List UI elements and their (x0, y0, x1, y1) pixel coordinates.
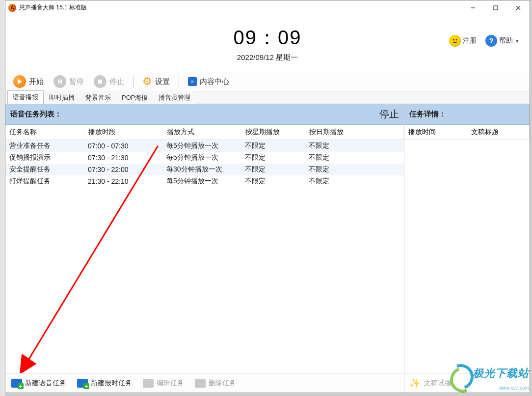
register-link[interactable]: 注册 (449, 35, 477, 47)
settings-label: 设置 (155, 77, 170, 86)
cell-name: 营业准备任务 (5, 140, 84, 152)
col-task-name[interactable]: 任务名称 (5, 125, 84, 140)
table-row[interactable]: 安全提醒任务07:30 - 22:00每30分钟播放一次不限定不限定 (5, 164, 404, 175)
stop-button[interactable]: 停止 (90, 73, 128, 90)
stop-label: 停止 (109, 77, 124, 86)
svg-rect-8 (60, 80, 62, 84)
separator (133, 75, 133, 88)
table-row[interactable]: 营业准备任务07:00 - 07:30每5分钟播放一次不限定不限定 (5, 140, 404, 152)
table-row[interactable]: 促销播报演示07:30 - 21:30每5分钟播放一次不限定不限定 (5, 152, 404, 164)
cell-mode: 每5分钟播放一次 (162, 140, 241, 152)
start-label: 开始 (29, 77, 44, 86)
edit-label: 编辑任务 (157, 379, 184, 388)
delete-icon (195, 379, 206, 388)
svg-rect-7 (58, 80, 59, 84)
clock-time: 09：09 (234, 24, 302, 51)
help-link[interactable]: ? 帮助 ▼ (485, 35, 520, 47)
col-play-time[interactable]: 播放时间 (404, 125, 467, 140)
details-body (404, 140, 530, 373)
minimize-button[interactable] (462, 0, 484, 15)
content-center-button[interactable]: ≡ 内容中心 (184, 75, 233, 88)
add-icon (77, 379, 88, 388)
wand-icon: ✨ (409, 378, 420, 389)
pause-icon (53, 75, 66, 88)
edit-icon (143, 379, 154, 388)
delete-label: 删除任务 (209, 379, 236, 388)
task-list-pane: 语音任务列表： 停止 任务名称 播放时段 播放方式 按星期播放 按日期播放 营业… (5, 104, 404, 393)
new-voice-label: 新建语音任务 (25, 379, 66, 388)
cell-mode: 每30分钟播放一次 (162, 164, 241, 175)
tab-label: 背景音乐 (85, 94, 111, 101)
col-doc-title[interactable]: 文稿标题 (467, 125, 530, 140)
tab-instant-insert[interactable]: 即时插播 (44, 91, 80, 104)
main-toolbar: 开始 暂停 停止 ⚙ 设置 ≡ 内容中心 (5, 72, 530, 91)
gear-icon: ⚙ (142, 75, 152, 88)
col-by-week[interactable]: 按星期播放 (241, 125, 305, 140)
cell-period: 07:30 - 21:30 (84, 152, 162, 164)
content-center-label: 内容中心 (200, 77, 229, 86)
svg-rect-1 (494, 6, 498, 10)
cell-by_week: 不限定 (241, 152, 305, 164)
task-list-status: 停止 (379, 108, 399, 121)
start-button[interactable]: 开始 (9, 73, 48, 90)
col-by-date[interactable]: 按日期播放 (305, 125, 404, 140)
cell-name: 促销播报演示 (5, 152, 84, 164)
cell-period: 21:30 - 22:10 (84, 175, 162, 187)
tab-voice-broadcast[interactable]: 语音播报 (7, 90, 44, 104)
cell-by_week: 不限定 (241, 175, 305, 187)
settings-button[interactable]: ⚙ 设置 (138, 73, 174, 90)
clock-area: 09：09 2022/09/12 星期一 注册 ? 帮助 ▼ (5, 15, 530, 72)
cell-name: 安全提醒任务 (5, 164, 84, 175)
window-controls (462, 0, 530, 15)
tab-announcer-manage[interactable]: 播音员管理 (153, 91, 196, 104)
delete-task-button[interactable]: 删除任务 (192, 377, 239, 390)
col-period[interactable]: 播放时段 (84, 125, 162, 140)
task-bottom-bar: 新建语音任务 新建报时任务 编辑任务 删除任务 (5, 373, 404, 393)
details-title: 任务详情： (409, 110, 446, 119)
clock-date: 2022/09/12 星期一 (234, 53, 302, 62)
svg-rect-9 (98, 80, 102, 84)
svg-marker-6 (18, 79, 22, 84)
task-table: 任务名称 播放时段 播放方式 按星期播放 按日期播放 营业准备任务07:00 -… (5, 125, 404, 187)
app-window: A 慧声播音大师 15.1 标准版 09：09 2022/09/12 星期一 (5, 0, 530, 393)
col-mode[interactable]: 播放方式 (162, 125, 241, 140)
cell-by_week: 不限定 (241, 140, 305, 152)
help-icon: ? (485, 35, 497, 47)
cell-period: 07:30 - 22:00 (84, 164, 162, 175)
task-list-title: 语音任务列表： (10, 110, 62, 119)
smiley-icon (449, 35, 461, 47)
maximize-button[interactable] (484, 0, 507, 15)
tab-label: 即时插播 (49, 94, 75, 101)
task-table-scroll[interactable]: 任务名称 播放时段 播放方式 按星期播放 按日期播放 营业准备任务07:00 -… (5, 125, 404, 373)
stop-icon (94, 75, 106, 88)
details-header: 任务详情： (404, 104, 530, 125)
table-row[interactable]: 打烊提醒任务21:30 - 22:10每5分钟播放一次不限定不限定 (5, 175, 404, 187)
cell-period: 07:00 - 07:30 (84, 140, 162, 152)
register-label: 注册 (463, 36, 477, 45)
tab-bar: 语音播报 即时插播 背景音乐 POP海报 播音员管理 (5, 91, 530, 104)
close-button[interactable] (507, 0, 530, 15)
add-icon (11, 379, 22, 388)
pause-label: 暂停 (69, 77, 84, 86)
tab-label: POP海报 (122, 94, 148, 101)
app-icon: A (8, 4, 16, 12)
cell-by_date: 不限定 (305, 164, 404, 175)
left-gutter (0, 0, 5, 396)
new-time-task-button[interactable]: 新建报时任务 (74, 377, 135, 390)
separator (179, 75, 179, 88)
new-voice-task-button[interactable]: 新建语音任务 (8, 377, 69, 390)
edit-task-button[interactable]: 编辑任务 (140, 377, 187, 390)
pause-button[interactable]: 暂停 (50, 73, 88, 90)
chevron-down-icon: ▼ (515, 38, 520, 44)
cell-name: 打烊提醒任务 (5, 175, 84, 187)
window-title: 慧声播音大师 15.1 标准版 (19, 3, 87, 12)
tab-pop-poster[interactable]: POP海报 (116, 91, 153, 104)
play-icon (13, 75, 26, 88)
new-time-label: 新建报时任务 (91, 379, 132, 388)
cell-by_week: 不限定 (241, 164, 305, 175)
tab-background-music[interactable]: 背景音乐 (80, 91, 116, 104)
svg-point-5 (456, 39, 457, 41)
details-bottom-bar: ✨ 文稿试播 (404, 373, 530, 393)
tab-label: 播音员管理 (159, 94, 190, 101)
task-details-pane: 任务详情： 播放时间 文稿标题 ✨ 文稿试播 (404, 104, 530, 393)
